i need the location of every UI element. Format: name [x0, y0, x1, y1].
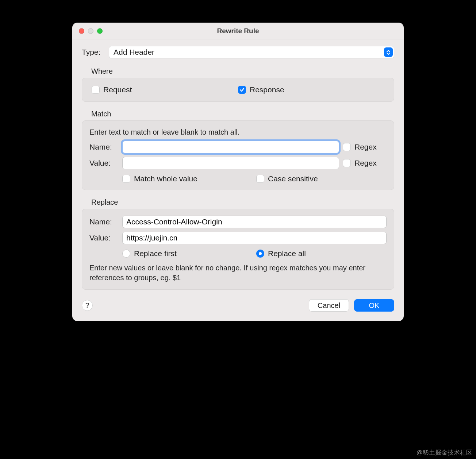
match-value-regex-label: Regex — [354, 159, 377, 167]
match-name-input[interactable] — [122, 141, 339, 153]
match-section-label: Match — [91, 110, 394, 118]
window-title: Rewrite Rule — [72, 27, 404, 35]
match-value-input[interactable] — [122, 157, 339, 169]
close-window-icon[interactable] — [79, 28, 84, 34]
rewrite-rule-window: Rewrite Rule Type: Add Header Where Re — [72, 23, 404, 321]
traffic-lights — [79, 28, 103, 34]
match-name-regex-checkbox[interactable] — [343, 143, 351, 151]
zoom-window-icon[interactable] — [97, 28, 103, 34]
replace-name-label: Name: — [89, 217, 119, 226]
match-name-label: Name: — [89, 143, 119, 151]
match-value-regex-row[interactable]: Regex — [343, 159, 387, 167]
ok-button-label: OK — [369, 301, 380, 310]
cancel-button[interactable]: Cancel — [309, 299, 349, 312]
replace-all-row[interactable]: Replace all — [256, 249, 387, 258]
response-checkbox[interactable] — [238, 86, 246, 94]
match-value-label: Value: — [89, 159, 119, 167]
request-checkbox-label: Request — [103, 85, 132, 94]
dialog-footer: ? Cancel OK — [82, 299, 394, 312]
replace-section-label: Replace — [91, 198, 394, 207]
match-name-regex-label: Regex — [354, 143, 377, 151]
type-row: Type: Add Header — [82, 46, 394, 58]
chevron-up-down-icon — [384, 47, 393, 57]
replace-value-input[interactable] — [122, 232, 387, 244]
where-section: Request Response — [82, 78, 394, 102]
type-select-value: Add Header — [109, 46, 394, 58]
match-name-regex-row[interactable]: Regex — [343, 143, 387, 151]
match-whole-checkbox[interactable] — [122, 175, 130, 183]
replace-value-label: Value: — [89, 234, 119, 242]
cancel-button-label: Cancel — [318, 301, 340, 310]
match-section: Enter text to match or leave blank to ma… — [82, 120, 394, 190]
replace-first-radio[interactable] — [122, 250, 130, 258]
match-value-regex-checkbox[interactable] — [343, 159, 351, 167]
case-sensitive-label: Case sensitive — [268, 174, 318, 183]
dialog-body: Type: Add Header Where Request — [72, 39, 404, 321]
replace-all-radio[interactable] — [256, 250, 264, 258]
replace-name-input[interactable] — [122, 216, 387, 228]
help-icon: ? — [85, 301, 89, 310]
replace-all-label: Replace all — [268, 249, 306, 258]
where-section-label: Where — [91, 67, 394, 76]
case-sensitive-checkbox[interactable] — [256, 175, 264, 183]
type-label: Type: — [82, 48, 104, 57]
titlebar: Rewrite Rule — [72, 23, 404, 39]
response-checkbox-row[interactable]: Response — [238, 85, 384, 94]
replace-first-label: Replace first — [134, 249, 177, 258]
replace-help-text: Enter new values or leave blank for no c… — [89, 263, 387, 283]
minimize-window-icon[interactable] — [88, 28, 93, 34]
request-checkbox-row[interactable]: Request — [92, 85, 238, 94]
ok-button[interactable]: OK — [354, 299, 394, 312]
replace-section: Name: Value: Replace first Replace all E… — [82, 209, 394, 290]
match-instruction: Enter text to match or leave blank to ma… — [89, 127, 387, 137]
request-checkbox[interactable] — [92, 86, 100, 94]
type-select[interactable]: Add Header — [109, 46, 394, 58]
replace-first-row[interactable]: Replace first — [122, 249, 253, 258]
match-whole-row[interactable]: Match whole value — [122, 174, 253, 183]
response-checkbox-label: Response — [250, 85, 284, 94]
case-sensitive-row[interactable]: Case sensitive — [256, 174, 387, 183]
match-whole-label: Match whole value — [134, 174, 197, 183]
watermark: @稀土掘金技术社区 — [416, 448, 472, 457]
help-button[interactable]: ? — [82, 300, 93, 311]
